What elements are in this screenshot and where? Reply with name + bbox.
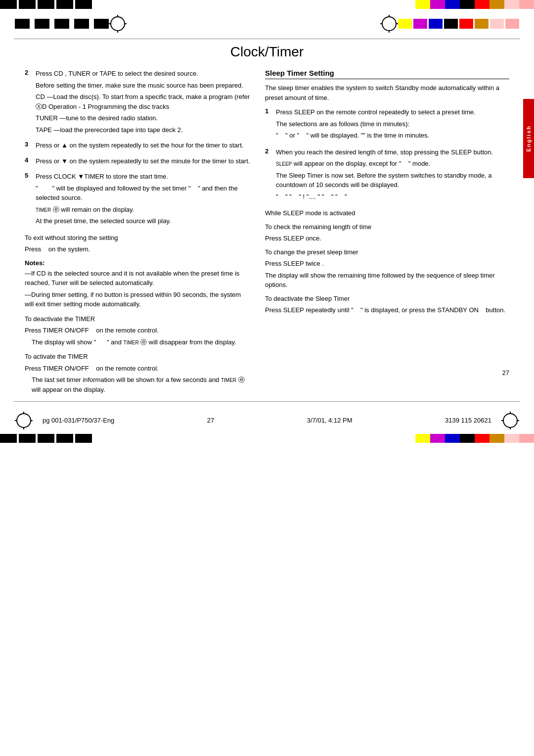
- step-4-line-1: Press or ▼ on the system repeatedly to s…: [36, 156, 250, 166]
- step-5-line-2: " " will be displayed and followed by th…: [36, 184, 250, 203]
- deactivate-timer-heading: To deactivate the TIMER: [25, 314, 250, 324]
- timer-sc-2: TIMER: [124, 340, 139, 345]
- step-4: 4 Press or ▼ on the system repeatedly to…: [25, 156, 250, 168]
- note-item-2: —During timer setting, if no button is p…: [25, 290, 250, 309]
- right-reg-marks: [398, 19, 519, 29]
- step-5-line-4: At the preset time, the selected source …: [36, 216, 250, 226]
- bottom-black-1: [0, 434, 17, 443]
- crosshair-circle-left: [110, 16, 125, 31]
- step-2-line-1: Press CD , TUNER or TAPE to select the d…: [36, 69, 250, 79]
- activate-timer-line-2: The last set timer information will be s…: [32, 375, 250, 394]
- step-5: 5 Press CLOCK ▼TIMER to store the start …: [25, 172, 250, 228]
- change-preset-line-3: The display will show the remaining time…: [265, 271, 509, 290]
- swatch-yellow: [398, 19, 412, 29]
- step-3-line-1: Press or ▲ on the system repeatedly to s…: [36, 141, 250, 150]
- bottom-yellow: [415, 434, 430, 443]
- black-mark-4: [74, 19, 89, 29]
- exit-note-line-2: Press on the system.: [25, 244, 250, 254]
- swatch-orange: [475, 19, 489, 29]
- footer-product-code: 3139 115 20621: [445, 417, 491, 424]
- right-step-2: 2 When you reach the desired length of t…: [265, 147, 509, 204]
- top-bar-right: [267, 0, 534, 9]
- right-step-num-2: 2: [265, 147, 272, 204]
- step-2-line-2: Before setting the timer, make sure the …: [36, 81, 250, 91]
- swatch-magenta: [413, 19, 427, 29]
- right-step-1-line-2: The selections are as follows (time in m…: [276, 119, 509, 129]
- black-block-4: [56, 0, 73, 9]
- bottom-red: [475, 434, 490, 443]
- right-column: Sleep Timer Setting The sleep timer enab…: [265, 69, 509, 396]
- black-mark-2: [35, 19, 49, 29]
- change-preset-line-1: To change the preset sleep timer: [265, 247, 509, 257]
- bottom-black-3: [38, 434, 54, 443]
- right-step-1: 1 Press SLEEP on the remote control repe…: [265, 107, 509, 142]
- right-crosshair: [380, 15, 398, 33]
- swatch-pink: [505, 19, 519, 29]
- step-5-content: Press CLOCK ▼TIMER to store the start ti…: [36, 172, 250, 228]
- exit-note-line-1: To exit without storing the setting: [25, 233, 250, 243]
- bottom-crosshair-circle-left: [16, 413, 31, 428]
- bottom-black-2: [19, 434, 36, 443]
- bottom-color-bar: [0, 434, 534, 443]
- top-registration-area: [0, 9, 534, 39]
- step-2-line-4: TUNER —tune to the desired radio station…: [36, 113, 250, 123]
- bottom-pinklight: [504, 434, 519, 443]
- crosshair-circle-right: [382, 16, 397, 31]
- right-step-2-line-3: The Sleep Timer is now set. Before the s…: [276, 171, 509, 190]
- deactivate-sleep-heading: To deactivate the Sleep Timer: [265, 294, 509, 304]
- activate-timer-heading: To activate the TIMER: [25, 352, 250, 362]
- black-block-5: [75, 0, 92, 9]
- notes-title: Notes:: [25, 259, 250, 267]
- activate-timer-section: To activate the TIMER Press TIMER ON/OFF…: [25, 352, 250, 394]
- bottom-left-crosshair: [15, 412, 33, 429]
- note-item-1: —If CD is the selected source and it is …: [25, 269, 250, 288]
- step-num-2: 2: [25, 69, 32, 137]
- step-4-content: Press or ▼ on the system repeatedly to s…: [36, 156, 250, 168]
- blue-block: [445, 0, 460, 9]
- deactivate-sleep-line-1: Press SLEEP repeatedly until " " is disp…: [265, 305, 509, 315]
- timer-sc-3: TIMER: [221, 378, 236, 383]
- bottom-pink: [519, 434, 534, 443]
- bottom-gap-fill: [92, 434, 415, 443]
- step-2-content: Press CD , TUNER or TAPE to select the d…: [36, 69, 250, 137]
- step-5-line-3: TIMER ⓔ will remain on the display.: [36, 205, 250, 215]
- timer-smallcaps: TIMER: [36, 207, 51, 213]
- magenta-block: [430, 0, 445, 9]
- page-number-display: 27: [502, 369, 509, 377]
- step-num-3: 3: [25, 141, 32, 152]
- swatch-blue: [429, 19, 443, 29]
- exit-note: To exit without storing the setting Pres…: [25, 233, 250, 254]
- step-2: 2 Press CD , TUNER or TAPE to select the…: [25, 69, 250, 137]
- two-column-layout: 2 Press CD , TUNER or TAPE to select the…: [25, 69, 509, 396]
- bottom-black-5: [75, 434, 92, 443]
- while-sleep-heading: While SLEEP mode is activated: [265, 208, 509, 218]
- right-step-2-line-1: When you reach the desired length of tim…: [276, 147, 509, 157]
- bottom-right-crosshair: [501, 412, 519, 429]
- footer-section: pg 001-031/P750/37-Eng 27 3/7/01, 4:12 P…: [0, 407, 534, 434]
- footer-center-page: 27: [207, 417, 214, 424]
- footer-text-area: pg 001-031/P750/37-Eng 27 3/7/01, 4:12 P…: [33, 417, 501, 424]
- top-color-bar: [0, 0, 534, 9]
- right-step-2-line-2: SLEEP will appear on the display, except…: [276, 159, 509, 169]
- right-step-1-body: Press SLEEP on the remote control repeat…: [276, 107, 509, 142]
- page-number-value: 27: [502, 369, 509, 377]
- right-step-1-line-3: " " or " " will be displayed. "" is the …: [276, 131, 509, 141]
- left-column: 2 Press CD , TUNER or TAPE to select the…: [25, 69, 250, 396]
- swatch-black: [444, 19, 458, 29]
- sleep-timer-intro: The sleep timer enables the system to sw…: [265, 83, 509, 102]
- swatch-red: [459, 19, 473, 29]
- black-block-2: [19, 0, 36, 9]
- notes-section: Notes: —If CD is the selected source and…: [25, 259, 250, 309]
- black-mark-3: [54, 19, 69, 29]
- bottom-orange: [490, 434, 504, 443]
- check-remaining-line-2: Press SLEEP once.: [265, 234, 509, 243]
- top-bar-left: [0, 0, 267, 9]
- pink-light-block: [504, 0, 519, 9]
- activate-timer-line-1: Press TIMER ON/OFF on the remote control…: [25, 364, 250, 374]
- left-crosshair: [109, 15, 127, 33]
- yellow-block: [415, 0, 430, 9]
- bottom-blue: [445, 434, 460, 443]
- page-title: Clock/Timer: [25, 44, 509, 60]
- black-mark-5: [94, 19, 109, 29]
- check-remaining-line-1: To check the remaining length of time: [265, 222, 509, 232]
